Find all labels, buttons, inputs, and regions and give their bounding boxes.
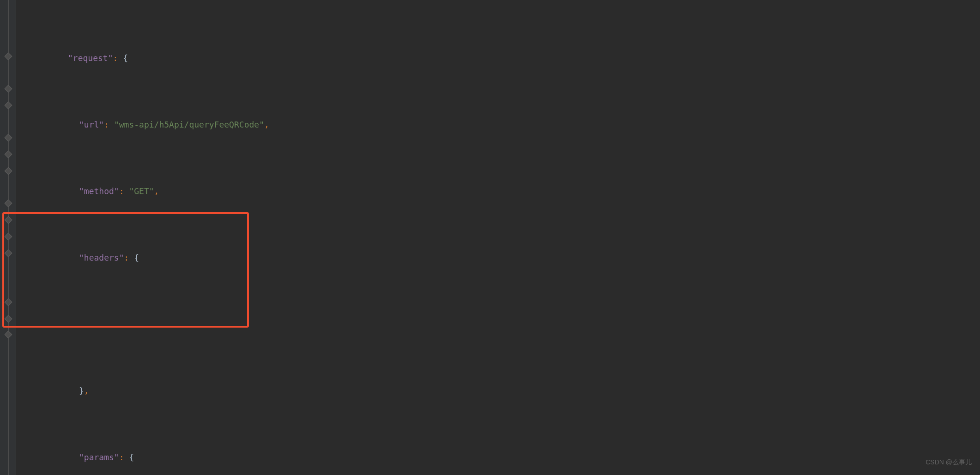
fold-marker-icon[interactable] [5, 331, 12, 339]
fold-marker-icon[interactable] [5, 85, 12, 93]
code-line: "headers": { [20, 250, 980, 266]
fold-marker-icon[interactable] [5, 53, 12, 61]
code-line: "method": "GET", [20, 183, 980, 200]
code-line: "url": "wms-api/h5Api/queryFeeQRCode", [20, 116, 980, 133]
fold-marker-icon[interactable] [5, 233, 12, 241]
fold-marker-icon[interactable] [5, 250, 12, 257]
fold-marker-icon[interactable] [5, 167, 12, 175]
fold-marker-icon[interactable] [5, 315, 12, 323]
fold-marker-icon[interactable] [5, 151, 12, 158]
code-editor[interactable]: "request": { "url": "wms-api/h5Api/query… [0, 0, 980, 475]
fold-marker-icon[interactable] [5, 134, 12, 142]
code-content[interactable]: "request": { "url": "wms-api/h5Api/query… [16, 0, 980, 475]
gutter [0, 0, 16, 475]
fold-marker-icon[interactable] [5, 200, 12, 207]
code-line: "request": { [20, 50, 980, 67]
code-line: }, [20, 383, 980, 399]
fold-marker-icon[interactable] [5, 216, 12, 224]
code-line [20, 316, 980, 333]
code-line: "params": { [20, 449, 980, 466]
annotation-highlight-box [2, 212, 249, 328]
fold-marker-icon[interactable] [5, 298, 12, 306]
watermark: CSDN @么事儿 [926, 454, 972, 470]
fold-marker-icon[interactable] [5, 102, 12, 110]
